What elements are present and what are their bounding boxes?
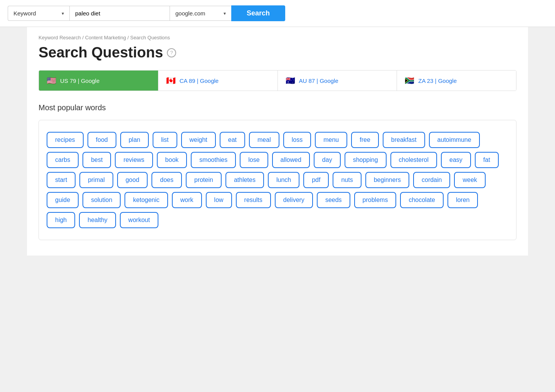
word-tag-loren[interactable]: loren [447,192,478,208]
word-tag-delivery[interactable]: delivery [275,192,313,208]
word-tag-chocolate[interactable]: chocolate [400,192,444,208]
word-tag-results[interactable]: results [236,192,271,208]
word-tag-allowed[interactable]: allowed [272,152,310,168]
word-tag-does[interactable]: does [151,172,182,188]
word-tag-solution[interactable]: solution [82,192,121,208]
word-tag-pdf[interactable]: pdf [303,172,329,188]
word-tag-beginners[interactable]: beginners [365,172,409,188]
country-tab-flag-3: 🇿🇦 [405,76,414,85]
word-tag-carbs[interactable]: carbs [47,152,79,168]
word-tag-recipes[interactable]: recipes [47,132,84,148]
country-tabs: 🇺🇸US 79 | Google🇨🇦CA 89 | Google🇦🇺AU 87 … [39,70,516,91]
word-tag-seeds[interactable]: seeds [317,192,350,208]
word-tag-easy[interactable]: easy [441,152,471,168]
word-tag-work[interactable]: work [172,192,202,208]
country-tab-label-2: AU 87 | Google [299,77,338,84]
page-title: Search Questions [39,44,163,61]
country-tab-label-0: US 79 | Google [60,77,99,84]
search-button[interactable]: Search [231,5,285,21]
word-tag-book[interactable]: book [157,152,187,168]
engine-dropdown-chevron: ▾ [224,11,226,16]
word-tag-problems[interactable]: problems [354,192,397,208]
word-tag-loss[interactable]: loss [283,132,311,148]
words-container: recipesfoodplanlistweighteatmeallossmenu… [39,120,516,240]
word-tag-lunch[interactable]: lunch [268,172,299,188]
main-content: Keyword Research / Content Marketing / S… [27,27,528,256]
word-tag-ketogenic[interactable]: ketogenic [124,192,168,208]
search-input[interactable] [69,6,170,21]
country-tab-3[interactable]: 🇿🇦ZA 23 | Google [397,71,516,91]
word-tag-primal[interactable]: primal [79,172,113,188]
word-tag-food[interactable]: food [87,132,116,148]
country-tab-label-3: ZA 23 | Google [418,77,457,84]
keyword-dropdown-label: Keyword [13,10,36,17]
country-tab-0[interactable]: 🇺🇸US 79 | Google [39,71,158,91]
word-tag-guide[interactable]: guide [47,192,79,208]
word-tag-menu[interactable]: menu [315,132,347,148]
word-tag-low[interactable]: low [206,192,232,208]
word-tag-cholesterol[interactable]: cholesterol [390,152,437,168]
country-tab-flag-1: 🇨🇦 [166,76,176,85]
word-tag-shopping[interactable]: shopping [345,152,387,168]
engine-dropdown[interactable]: google.com ▾ [170,6,231,21]
word-tag-athletes[interactable]: athletes [225,172,264,188]
word-tag-lose[interactable]: lose [240,152,268,168]
word-tag-meal[interactable]: meal [249,132,279,148]
help-icon[interactable]: ? [167,48,176,57]
word-tag-eat[interactable]: eat [220,132,245,148]
words-grid: recipesfoodplanlistweighteatmeallossmenu… [47,132,508,228]
country-tab-label-1: CA 89 | Google [180,77,219,84]
word-tag-fat[interactable]: fat [475,152,499,168]
keyword-dropdown[interactable]: Keyword ▾ [8,6,69,21]
word-tag-weight[interactable]: weight [181,132,216,148]
toolbar: Keyword ▾ google.com ▾ Search [0,0,555,27]
word-tag-breakfast[interactable]: breakfast [383,132,425,148]
country-tab-flag-0: 🇺🇸 [47,76,56,85]
word-tag-week[interactable]: week [454,172,485,188]
country-tab-1[interactable]: 🇨🇦CA 89 | Google [158,71,278,91]
word-tag-free[interactable]: free [351,132,379,148]
word-tag-nuts[interactable]: nuts [333,172,361,188]
word-tag-high[interactable]: high [47,212,75,228]
word-tag-day[interactable]: day [314,152,341,168]
country-tab-flag-2: 🇦🇺 [286,76,295,85]
word-tag-reviews[interactable]: reviews [115,152,153,168]
breadcrumb: Keyword Research / Content Marketing / S… [39,35,516,40]
word-tag-workout[interactable]: workout [120,212,158,228]
word-tag-cordain[interactable]: cordain [413,172,450,188]
page-title-area: Search Questions ? [39,44,516,61]
country-tab-2[interactable]: 🇦🇺AU 87 | Google [278,71,397,91]
breadcrumb-text: Keyword Research / Content Marketing / S… [39,35,170,40]
word-tag-good[interactable]: good [117,172,148,188]
word-tag-plan[interactable]: plan [120,132,149,148]
word-tag-smoothies[interactable]: smoothies [191,152,236,168]
word-tag-autoimmune[interactable]: autoimmune [429,132,480,148]
keyword-dropdown-chevron: ▾ [62,11,64,16]
section-title: Most popular words [39,103,516,112]
word-tag-start[interactable]: start [47,172,76,188]
word-tag-list[interactable]: list [153,132,177,148]
word-tag-best[interactable]: best [82,152,111,168]
word-tag-healthy[interactable]: healthy [79,212,116,228]
engine-dropdown-label: google.com [175,10,205,17]
word-tag-protein[interactable]: protein [186,172,222,188]
